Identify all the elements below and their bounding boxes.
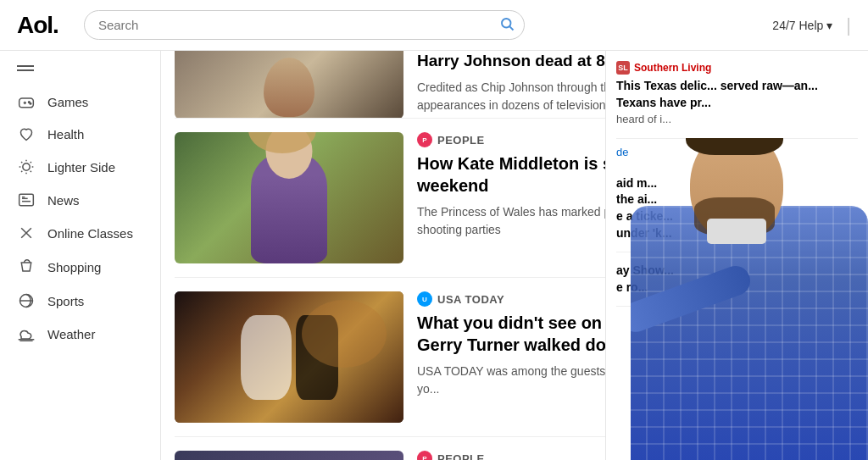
news-thumb-people2 bbox=[175, 451, 403, 460]
content-wrap: Harry Johnson dead at 81 Credited as Chi… bbox=[161, 51, 868, 460]
sidebar-item-news[interactable]: News bbox=[0, 184, 160, 216]
right-title-2: aid m...the ai...e a ticke...under 'k... bbox=[616, 175, 858, 241]
sidebar-item-health[interactable]: Health bbox=[0, 118, 160, 150]
aol-logo[interactable]: Aol. bbox=[17, 12, 58, 39]
sidebar-label-shopping: Shopping bbox=[47, 260, 101, 274]
sidebar-label-online-classes: Online Classes bbox=[47, 226, 133, 241]
sidebar-label-news: News bbox=[47, 193, 80, 208]
search-container bbox=[84, 10, 525, 40]
sidebar-item-shopping[interactable]: Shopping bbox=[0, 250, 160, 284]
people2-source-icon: P bbox=[417, 451, 432, 460]
svg-line-1 bbox=[509, 26, 513, 30]
sidebar-label-health: Health bbox=[47, 127, 84, 141]
news-icon bbox=[17, 192, 36, 208]
right-side-content: SL Southern Living This Texas delic... s… bbox=[606, 51, 868, 307]
sidebar-item-weather[interactable]: Weather bbox=[0, 318, 160, 350]
search-input[interactable] bbox=[84, 10, 525, 40]
people-source-icon: P bbox=[417, 132, 432, 147]
right-panel: SL Southern Living This Texas delic... s… bbox=[605, 51, 868, 460]
sidebar-label-sports: Sports bbox=[47, 294, 84, 308]
help-button[interactable]: 24/7 Help ▾ bbox=[772, 19, 832, 32]
sidebar-label-weather: Weather bbox=[47, 327, 95, 341]
search-icon[interactable] bbox=[499, 16, 515, 35]
news-thumb-kate bbox=[175, 132, 403, 263]
right-title-3: ay Show...e ro... bbox=[616, 263, 858, 296]
right-news-item-3[interactable]: ay Show...e ro... bbox=[616, 252, 858, 307]
svg-line-16 bbox=[21, 171, 22, 172]
people2-source-label: People bbox=[437, 452, 485, 461]
weather-icon bbox=[17, 326, 36, 341]
golden-source-label: USA TODAY bbox=[437, 293, 504, 306]
games-icon bbox=[17, 96, 36, 109]
svg-line-14 bbox=[21, 162, 22, 163]
news-thumb-golden bbox=[175, 291, 403, 423]
main-layout: Games Health bbox=[0, 51, 868, 460]
lighter-side-icon bbox=[17, 158, 36, 175]
shopping-icon bbox=[17, 258, 36, 275]
header: Aol. 24/7 Help ▾ | bbox=[0, 0, 868, 51]
right-news-item-southern[interactable]: SL Southern Living This Texas delic... s… bbox=[616, 51, 858, 139]
news-thumb-partial bbox=[175, 51, 403, 119]
usatoday-source-icon: U bbox=[417, 291, 432, 307]
svg-line-17 bbox=[31, 162, 31, 163]
sidebar-item-games[interactable]: Games bbox=[0, 86, 160, 118]
svg-rect-18 bbox=[19, 194, 34, 205]
sidebar-item-online-classes[interactable]: Online Classes bbox=[0, 216, 160, 250]
kate-source-label: People bbox=[437, 134, 485, 147]
sidebar-collapse-button[interactable] bbox=[0, 58, 160, 86]
svg-point-0 bbox=[502, 19, 511, 28]
southern-living-icon: SL bbox=[616, 61, 630, 75]
right-link[interactable]: de bbox=[616, 139, 858, 165]
sidebar-label-lighter-side: Lighter Side bbox=[47, 160, 115, 175]
sidebar-label-games: Games bbox=[47, 95, 88, 109]
content-area: Harry Johnson dead at 81 Credited as Chi… bbox=[161, 51, 868, 460]
header-divider: | bbox=[846, 14, 851, 36]
sports-icon bbox=[17, 292, 36, 309]
svg-point-8 bbox=[30, 103, 31, 104]
svg-point-9 bbox=[23, 163, 30, 170]
svg-line-15 bbox=[31, 171, 31, 172]
sidebar-item-lighter-side[interactable]: Lighter Side bbox=[0, 150, 160, 184]
southern-source-label: Southern Living bbox=[634, 62, 711, 74]
health-icon bbox=[17, 126, 36, 141]
online-classes-icon bbox=[17, 224, 36, 241]
right-title-southern: This Texas delic... served raw—an... Tex… bbox=[616, 78, 858, 128]
sidebar-item-sports[interactable]: Sports bbox=[0, 284, 160, 318]
southern-source: SL Southern Living bbox=[616, 61, 858, 75]
right-news-item-2[interactable]: aid m...the ai...e a ticke...under 'k... bbox=[616, 165, 858, 252]
header-right: 24/7 Help ▾ | bbox=[772, 14, 851, 36]
sidebar: Games Health bbox=[0, 51, 161, 460]
